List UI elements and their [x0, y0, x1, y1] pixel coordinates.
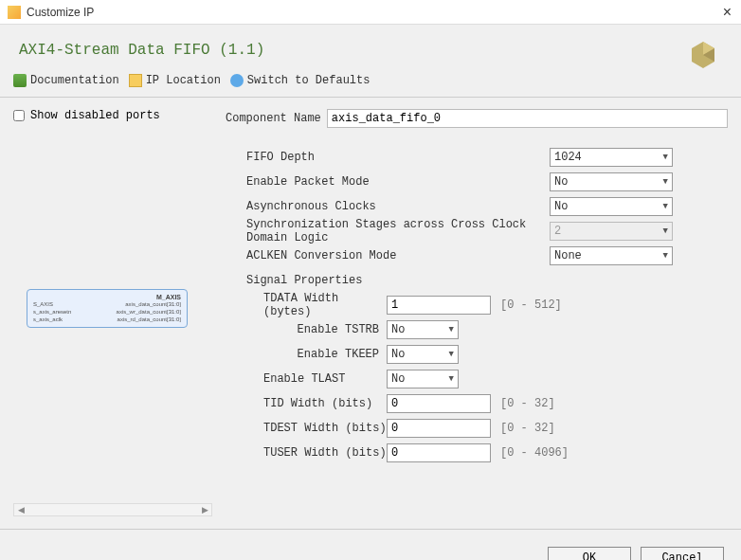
enable-tlast-select[interactable]: No ▼ [387, 370, 459, 388]
tdest-width-label: TDEST Width (bits) [263, 422, 387, 435]
tid-width-label: TID Width (bits) [263, 397, 387, 410]
ip-location-link[interactable]: IP Location [129, 74, 221, 87]
show-disabled-ports-input[interactable] [13, 110, 25, 121]
block-title: M_AXIS [29, 294, 185, 300]
signal-properties-group: TDATA Width (bytes) [0 - 512] Enable TST… [263, 293, 728, 465]
block-diagram: M_AXIS S_AXISaxis_data_count[31:0] s_axi… [27, 289, 188, 328]
port-aresetn: s_axis_aresetn [33, 308, 71, 316]
enable-tkeep-label: Enable TKEEP [263, 348, 387, 361]
book-icon [13, 74, 27, 87]
right-panel: Component Name FIFO Depth 1024 ▼ Enable … [226, 109, 728, 529]
chevron-down-icon: ▼ [663, 177, 668, 187]
scroll-right-icon[interactable]: ▶ [200, 505, 209, 515]
ok-button[interactable]: OK [548, 547, 631, 560]
async-clocks-value: No [554, 200, 568, 213]
fifo-depth-value: 1024 [554, 151, 582, 164]
preview-scrollbar[interactable]: ◀ ▶ [13, 503, 212, 516]
aclken-mode-row: ACLKEN Conversion Mode None ▼ [246, 244, 728, 268]
chevron-down-icon: ▼ [449, 374, 454, 384]
app-icon [8, 6, 21, 19]
close-icon[interactable]: × [723, 4, 732, 21]
async-clocks-select[interactable]: No ▼ [550, 197, 673, 216]
enable-packet-mode-select[interactable]: No ▼ [550, 172, 673, 191]
tdest-width-range: [0 - 32] [500, 422, 555, 435]
tdata-width-row: TDATA Width (bytes) [0 - 512] [263, 293, 728, 317]
signal-properties-heading: Signal Properties [246, 274, 728, 287]
tdest-width-input[interactable] [387, 419, 491, 438]
tid-width-row: TID Width (bits) [0 - 32] [263, 391, 728, 416]
port-s-axis: S_AXIS [33, 300, 53, 308]
ip-preview: M_AXIS S_AXISaxis_data_count[31:0] s_axi… [13, 128, 212, 516]
enable-packet-mode-value: No [554, 175, 568, 189]
enable-tstrb-label: Enable TSTRB [263, 323, 387, 336]
chevron-down-icon: ▼ [449, 325, 454, 334]
enable-tlast-value: No [391, 372, 405, 386]
chevron-down-icon: ▼ [663, 153, 668, 162]
tdata-width-label: TDATA Width (bytes) [263, 292, 387, 318]
titlebar: Customize IP × [0, 0, 741, 25]
port-rd-data-count: axis_rd_data_count[31:0] [117, 316, 181, 323]
tuser-width-range: [0 - 4096] [500, 446, 569, 460]
documentation-link[interactable]: Documentation [13, 74, 119, 87]
tuser-width-row: TUSER Width (bits) [0 - 4096] [263, 441, 728, 465]
folder-icon [129, 74, 142, 87]
main-area: Show disabled ports M_AXIS S_AXISaxis_da… [0, 98, 741, 529]
port-aclk: s_axis_aclk [33, 316, 63, 323]
component-name-label: Component Name [226, 112, 321, 125]
fifo-depth-label: FIFO Depth [246, 151, 550, 164]
component-name-row: Component Name [226, 109, 728, 128]
enable-tkeep-row: Enable TKEEP No ▼ [263, 342, 728, 367]
show-disabled-ports-label: Show disabled ports [30, 109, 160, 122]
tdata-width-range: [0 - 512] [500, 298, 562, 312]
sync-stages-label: Synchronization Stages across Cross Cloc… [246, 218, 550, 244]
vendor-logo-icon [686, 38, 720, 72]
enable-packet-mode-row: Enable Packet Mode No ▼ [246, 170, 728, 194]
tdest-width-row: TDEST Width (bits) [0 - 32] [263, 416, 728, 441]
tid-width-range: [0 - 32] [500, 397, 555, 410]
port-wr-data-count: axis_wr_data_count[31:0] [117, 308, 181, 316]
enable-packet-mode-label: Enable Packet Mode [246, 175, 550, 189]
enable-tkeep-value: No [391, 348, 405, 361]
chevron-down-icon: ▼ [663, 202, 668, 211]
fifo-depth-row: FIFO Depth 1024 ▼ [246, 145, 728, 170]
heading-area: AXI4-Stream Data FIFO (1.1) [0, 25, 741, 68]
reset-icon [230, 74, 244, 87]
chevron-down-icon: ▼ [663, 251, 668, 261]
sync-stages-row: Synchronization Stages across Cross Cloc… [246, 219, 728, 244]
aclken-mode-value: None [554, 249, 582, 262]
toolbar: Documentation IP Location Switch to Defa… [0, 68, 741, 98]
tuser-width-label: TUSER Width (bits) [263, 446, 387, 460]
fifo-depth-select[interactable]: 1024 ▼ [550, 148, 673, 167]
component-name-input[interactable] [327, 109, 728, 128]
cancel-button[interactable]: Cancel [641, 547, 724, 560]
aclken-mode-label: ACLKEN Conversion Mode [246, 249, 550, 262]
tid-width-input[interactable] [387, 394, 491, 413]
config-grid: FIFO Depth 1024 ▼ Enable Packet Mode No … [246, 145, 728, 465]
left-panel: Show disabled ports M_AXIS S_AXISaxis_da… [13, 109, 212, 529]
chevron-down-icon: ▼ [663, 226, 668, 236]
enable-tlast-label: Enable TLAST [263, 372, 387, 386]
footer-divider [0, 529, 741, 530]
enable-tstrb-value: No [391, 323, 405, 336]
enable-tstrb-row: Enable TSTRB No ▼ [263, 317, 728, 342]
sync-stages-value: 2 [554, 225, 561, 238]
tuser-width-input[interactable] [387, 443, 491, 462]
show-disabled-ports-checkbox[interactable]: Show disabled ports [13, 109, 212, 122]
tdata-width-input[interactable] [387, 296, 491, 315]
chevron-down-icon: ▼ [449, 350, 454, 359]
scroll-left-icon[interactable]: ◀ [16, 505, 26, 515]
port-data-count: axis_data_count[31:0] [125, 300, 181, 308]
enable-tstrb-select[interactable]: No ▼ [387, 320, 459, 339]
enable-tkeep-select[interactable]: No ▼ [387, 345, 459, 364]
documentation-label: Documentation [30, 74, 119, 87]
enable-tlast-row: Enable TLAST No ▼ [263, 367, 728, 391]
ip-title: AXI4-Stream Data FIFO (1.1) [19, 42, 722, 59]
footer: OK Cancel [0, 537, 741, 560]
window-title: Customize IP [27, 6, 94, 19]
ip-location-label: IP Location [146, 74, 221, 87]
async-clocks-label: Asynchronous Clocks [246, 200, 550, 213]
aclken-mode-select[interactable]: None ▼ [550, 246, 673, 265]
switch-defaults-link[interactable]: Switch to Defaults [230, 74, 370, 87]
async-clocks-row: Asynchronous Clocks No ▼ [246, 194, 728, 219]
sync-stages-select: 2 ▼ [550, 222, 673, 241]
